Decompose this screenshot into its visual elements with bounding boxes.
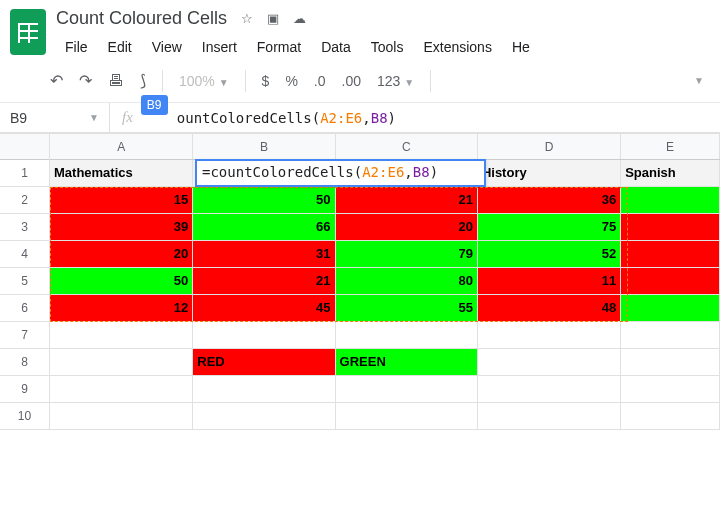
cell[interactable]: 80 <box>336 268 478 295</box>
toolbar-overflow-icon[interactable]: ▼ <box>688 71 710 90</box>
decrease-decimal[interactable]: .0 <box>308 69 332 93</box>
menu-file[interactable]: File <box>56 35 97 59</box>
cell[interactable] <box>193 376 335 403</box>
cell[interactable] <box>621 268 720 295</box>
format-percent[interactable]: % <box>279 69 303 93</box>
cell[interactable] <box>621 295 720 322</box>
col-header[interactable]: E <box>621 134 720 159</box>
cell[interactable]: 36 <box>478 187 621 214</box>
col-header[interactable]: C <box>336 134 478 159</box>
cell[interactable] <box>621 349 720 376</box>
cell[interactable] <box>478 376 621 403</box>
menu-extensions[interactable]: Extensions <box>414 35 500 59</box>
undo-icon[interactable]: ↶ <box>44 67 69 94</box>
print-icon[interactable]: 🖶 <box>102 68 130 94</box>
fx-icon: fx <box>110 109 145 126</box>
cell[interactable]: GREEN <box>336 349 478 376</box>
cell-editor[interactable]: =countColoredCells(A2:E6,B8) <box>195 159 486 187</box>
cell[interactable]: RED <box>193 349 335 376</box>
cell[interactable]: 50 <box>193 187 335 214</box>
cell[interactable] <box>478 403 621 430</box>
cell[interactable] <box>621 403 720 430</box>
cell[interactable] <box>621 187 720 214</box>
cell[interactable]: Mathematics <box>50 160 193 187</box>
select-all-corner[interactable] <box>0 134 49 160</box>
cell-badge: B9 <box>141 95 168 115</box>
cell[interactable] <box>50 403 193 430</box>
cell[interactable] <box>621 322 720 349</box>
cell[interactable]: 31 <box>193 241 335 268</box>
cell[interactable] <box>478 322 621 349</box>
increase-decimal[interactable]: .00 <box>336 69 367 93</box>
cell[interactable] <box>336 376 478 403</box>
menu-help[interactable]: He <box>503 35 539 59</box>
cell[interactable]: 39 <box>50 214 193 241</box>
row-header[interactable]: 7 <box>0 322 49 349</box>
cell[interactable]: 15 <box>50 187 193 214</box>
cell[interactable]: 52 <box>478 241 621 268</box>
cell[interactable]: 21 <box>336 187 478 214</box>
sheets-logo[interactable] <box>8 6 48 58</box>
cell[interactable] <box>193 403 335 430</box>
cell[interactable]: Spanish <box>621 160 720 187</box>
cell[interactable] <box>50 322 193 349</box>
cell[interactable] <box>336 403 478 430</box>
row-header[interactable]: 2 <box>0 187 49 214</box>
more-formats[interactable]: 123 ▼ <box>371 69 420 93</box>
row-header[interactable]: 8 <box>0 349 49 376</box>
cell[interactable]: 21 <box>193 268 335 295</box>
cell[interactable]: 66 <box>193 214 335 241</box>
paint-format-icon[interactable]: ⟆ <box>134 67 152 94</box>
formula-text: ountColoredCells( <box>177 110 320 126</box>
cell[interactable] <box>50 349 193 376</box>
cell[interactable]: 20 <box>336 214 478 241</box>
cell[interactable] <box>621 241 720 268</box>
row-header[interactable]: 5 <box>0 268 49 295</box>
cell[interactable]: 20 <box>50 241 193 268</box>
move-icon[interactable]: ▣ <box>267 11 279 26</box>
cell[interactable]: 11 <box>478 268 621 295</box>
row-header[interactable]: 10 <box>0 403 49 430</box>
doc-title[interactable]: Count Coloured Cells <box>56 8 227 29</box>
row-header[interactable]: 3 <box>0 214 49 241</box>
col-header[interactable]: A <box>50 134 193 159</box>
toolbar: ↶ ↷ 🖶 ⟆ 100% ▼ $ % .0 .00 123 ▼ ▼ <box>0 59 720 103</box>
cell[interactable] <box>193 322 335 349</box>
row-header[interactable]: 6 <box>0 295 49 322</box>
cell[interactable]: 50 <box>50 268 193 295</box>
cell[interactable]: 75 <box>478 214 621 241</box>
spreadsheet-grid[interactable]: 1 2 3 4 5 6 7 8 9 10 A B C D E Mathemati… <box>0 133 720 430</box>
format-currency[interactable]: $ <box>256 69 276 93</box>
row-header[interactable]: 1 <box>0 160 49 187</box>
formula-bar[interactable]: B9 ountColoredCells(A2:E6,B8) <box>145 103 720 132</box>
cell[interactable] <box>50 376 193 403</box>
cell[interactable]: 12 <box>50 295 193 322</box>
col-header[interactable]: D <box>478 134 621 159</box>
zoom-select[interactable]: 100% ▼ <box>173 69 235 93</box>
cloud-icon[interactable]: ☁ <box>293 11 306 26</box>
menu-edit[interactable]: Edit <box>99 35 141 59</box>
cell[interactable] <box>621 376 720 403</box>
col-header[interactable]: B <box>193 134 335 159</box>
menu-tools[interactable]: Tools <box>362 35 413 59</box>
cell[interactable]: 48 <box>478 295 621 322</box>
cell[interactable]: 45 <box>193 295 335 322</box>
cell[interactable]: 79 <box>336 241 478 268</box>
cell[interactable] <box>336 322 478 349</box>
cell[interactable]: 55 <box>336 295 478 322</box>
menu-format[interactable]: Format <box>248 35 310 59</box>
menu-view[interactable]: View <box>143 35 191 59</box>
name-box[interactable]: B9▼ <box>0 103 110 132</box>
row-header[interactable]: 4 <box>0 241 49 268</box>
menu-insert[interactable]: Insert <box>193 35 246 59</box>
cell[interactable] <box>621 214 720 241</box>
menu-bar: File Edit View Insert Format Data Tools … <box>56 35 712 59</box>
menu-data[interactable]: Data <box>312 35 360 59</box>
cell[interactable]: History <box>478 160 621 187</box>
redo-icon[interactable]: ↷ <box>73 67 98 94</box>
cell[interactable] <box>478 349 621 376</box>
row-header[interactable]: 9 <box>0 376 49 403</box>
star-icon[interactable]: ☆ <box>241 11 253 26</box>
